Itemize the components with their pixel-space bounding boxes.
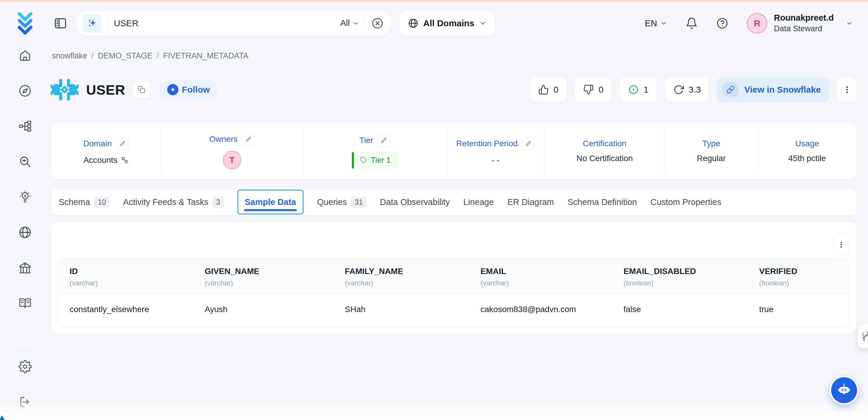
tab-custom-properties[interactable]: Custom Properties bbox=[651, 197, 721, 207]
discover-compass-icon[interactable] bbox=[18, 84, 32, 98]
asset-tabs: Schema 10 Activity Feeds & Tasks 3 Sampl… bbox=[51, 188, 857, 216]
ai-assistant-button[interactable] bbox=[831, 377, 857, 403]
language-selector[interactable]: EN bbox=[645, 18, 667, 28]
pencil-icon bbox=[119, 141, 125, 147]
all-domains-label: All Domains bbox=[423, 18, 474, 28]
tab-activity-feeds[interactable]: Activity Feeds & Tasks 3 bbox=[123, 197, 223, 208]
tier-badge[interactable]: Tier 1 bbox=[352, 152, 398, 169]
tab-queries[interactable]: Queries 31 bbox=[317, 197, 366, 208]
tab-lineage[interactable]: Lineage bbox=[463, 197, 494, 207]
insights-bulb-icon[interactable] bbox=[18, 190, 32, 204]
lineage-sitemap-icon[interactable] bbox=[18, 119, 32, 133]
column-header[interactable]: GIVEN_NAME (varchar) bbox=[193, 259, 333, 294]
tab-label: Schema bbox=[59, 197, 90, 207]
search-scope-dropdown[interactable]: All bbox=[340, 18, 359, 28]
ai-sparkles-icon[interactable] bbox=[83, 14, 101, 32]
pencil-icon bbox=[381, 138, 387, 143]
sidebar-toggle-icon[interactable] bbox=[54, 17, 67, 30]
upvote-button[interactable]: 0 bbox=[530, 77, 567, 102]
column-type: (varchar) bbox=[480, 279, 612, 287]
owner-avatar[interactable]: T bbox=[223, 151, 241, 169]
column-header[interactable]: VERIFIED (boolean) bbox=[747, 259, 849, 294]
handle-glyph-icon bbox=[860, 330, 868, 342]
home-icon[interactable] bbox=[18, 49, 32, 62]
link-icon bbox=[722, 82, 739, 98]
governance-bank-icon[interactable] bbox=[18, 261, 32, 275]
language-label: EN bbox=[645, 18, 657, 28]
alert-count: 1 bbox=[644, 85, 649, 95]
search-divider bbox=[107, 17, 107, 30]
robot-icon bbox=[836, 382, 852, 398]
view-in-snowflake-button[interactable]: View in Snowflake bbox=[717, 77, 830, 102]
observability-search-eye-icon[interactable] bbox=[18, 155, 32, 169]
tab-er-diagram[interactable]: ER Diagram bbox=[507, 197, 554, 207]
column-type: (varchar) bbox=[205, 279, 333, 287]
search-input[interactable] bbox=[113, 18, 335, 29]
main-column: All All Domains EN bbox=[50, 2, 868, 420]
edit-domain-button[interactable] bbox=[116, 137, 129, 150]
copy-link-button[interactable] bbox=[133, 81, 150, 98]
tab-schema[interactable]: Schema 10 bbox=[59, 197, 110, 208]
breadcrumb-schema[interactable]: FIVETRAN_METADATA bbox=[163, 51, 249, 60]
metadata-owners: Owners T bbox=[161, 127, 303, 175]
thumbs-down-icon bbox=[583, 84, 594, 95]
top-accent-strip bbox=[0, 0, 868, 2]
edit-owners-button[interactable] bbox=[242, 133, 255, 146]
edit-retention-button[interactable] bbox=[522, 137, 535, 150]
domain-value[interactable]: Accounts bbox=[84, 155, 117, 165]
refresh-icon bbox=[673, 84, 684, 95]
settings-gear-icon[interactable] bbox=[18, 360, 32, 373]
tab-sample-data[interactable]: Sample Data bbox=[238, 190, 304, 214]
downvote-count: 0 bbox=[598, 85, 603, 95]
user-menu[interactable]: R Rounakpreet.d Data Steward bbox=[747, 12, 853, 34]
certification-value: No Certification bbox=[576, 154, 633, 163]
thumbs-up-icon bbox=[538, 84, 549, 95]
clear-search-icon[interactable] bbox=[371, 17, 384, 30]
page-title: USER bbox=[86, 82, 125, 98]
sample-data-panel: ID (varchar) GIVEN_NAME (varchar) FAMILY… bbox=[51, 221, 857, 334]
column-header[interactable]: EMAIL_DISABLED (boolean) bbox=[612, 259, 747, 294]
glossary-book-icon[interactable] bbox=[18, 296, 32, 310]
notifications-bell-icon[interactable] bbox=[685, 17, 698, 30]
tier-label: Tier bbox=[359, 136, 373, 145]
tab-label: Queries bbox=[317, 197, 347, 207]
score-value: 3.3 bbox=[689, 85, 701, 95]
atlan-logo-icon[interactable] bbox=[13, 10, 37, 35]
cell-verified: true bbox=[747, 294, 849, 327]
score-button[interactable]: 3.3 bbox=[665, 77, 710, 102]
alerts-button[interactable]: 1 bbox=[620, 77, 657, 102]
table-row[interactable]: constantly_elsewhere Ayush SHah cakosom8… bbox=[58, 294, 849, 327]
follow-star-icon bbox=[167, 84, 179, 95]
metadata-retention: Retention Period - - bbox=[446, 127, 544, 175]
column-header[interactable]: FAMILY_NAME (varchar) bbox=[333, 259, 469, 294]
title-more-actions-button[interactable] bbox=[837, 77, 857, 102]
subdomain-icon bbox=[121, 156, 129, 164]
breadcrumb-separator: / bbox=[157, 51, 159, 60]
downvote-button[interactable]: 0 bbox=[575, 77, 612, 102]
type-value: Regular bbox=[697, 154, 726, 163]
all-domains-filter[interactable]: All Domains bbox=[399, 11, 495, 36]
column-header[interactable]: ID (varchar) bbox=[58, 259, 193, 294]
breadcrumb-database[interactable]: DEMO_STAGE bbox=[98, 51, 153, 60]
cell-given-name: Ayush bbox=[193, 294, 333, 327]
side-panel-handle[interactable] bbox=[858, 324, 868, 348]
metadata-domain: Domain Accounts bbox=[51, 127, 161, 175]
avatar[interactable]: R bbox=[747, 13, 768, 34]
metadata-type: Type Regular bbox=[665, 127, 757, 175]
logout-icon[interactable] bbox=[18, 395, 32, 409]
tab-label: Activity Feeds & Tasks bbox=[123, 197, 209, 207]
edit-tier-button[interactable] bbox=[377, 134, 390, 147]
follow-button[interactable]: Follow bbox=[160, 80, 218, 99]
help-icon[interactable] bbox=[716, 17, 728, 30]
column-header[interactable]: EMAIL (varchar) bbox=[469, 259, 612, 294]
top-header: All All Domains EN bbox=[50, 2, 868, 44]
type-label: Type bbox=[702, 139, 720, 148]
breadcrumb-connection[interactable]: snowflake bbox=[52, 51, 87, 60]
sample-data-more-button[interactable] bbox=[834, 234, 849, 256]
user-role: Data Steward bbox=[774, 24, 834, 34]
tab-schema-definition[interactable]: Schema Definition bbox=[567, 197, 637, 207]
domains-globe-icon[interactable] bbox=[18, 226, 32, 239]
tab-data-observability[interactable]: Data Observability bbox=[380, 197, 450, 207]
retention-value: - - bbox=[492, 155, 499, 165]
global-search-bar[interactable]: All bbox=[75, 10, 392, 36]
